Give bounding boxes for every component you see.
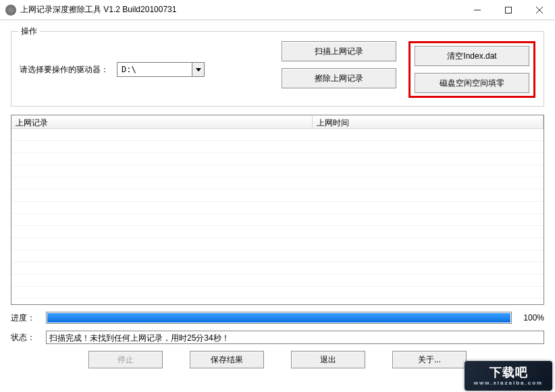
button-columns: 扫描上网记录 擦除上网记录 清空Index.dat 磁盘空闲空间填零 [282, 41, 535, 98]
watermark-url: www.xiazaiba.com [474, 380, 543, 386]
col-time[interactable]: 上网时间 [313, 115, 544, 128]
window-controls [462, 0, 555, 20]
bottom-bar: 停止 保存结果 退出 关于... [11, 351, 544, 368]
fill-zero-button[interactable]: 磁盘空闲空间填零 [415, 73, 529, 93]
list-header: 上网记录 上网时间 [11, 115, 544, 129]
exit-button[interactable]: 退出 [291, 351, 365, 368]
scan-button[interactable]: 扫描上网记录 [282, 41, 396, 61]
drive-value: D:\ [117, 65, 192, 74]
minimize-button[interactable] [462, 0, 493, 20]
operation-row: 请选择要操作的驱动器： D:\ 扫描上网记录 擦除上网记录 清空Index.da… [20, 41, 535, 98]
progress-label: 进度： [11, 312, 41, 324]
maximize-button[interactable] [493, 0, 524, 20]
chevron-down-icon[interactable] [192, 63, 204, 76]
svg-rect-1 [506, 7, 512, 13]
progress-percent: 100% [517, 313, 544, 323]
operation-group: 操作 请选择要操作的驱动器： D:\ 扫描上网记录 擦除上网记录 清空Index… [11, 31, 544, 107]
col-record[interactable]: 上网记录 [11, 115, 313, 128]
status-row: 状态： 扫描完成！未找到任何上网记录，用时25分34秒！ [11, 331, 544, 344]
wipe-button[interactable]: 擦除上网记录 [282, 68, 396, 88]
drive-label: 请选择要操作的驱动器： [20, 64, 109, 76]
save-result-button[interactable]: 保存结果 [190, 351, 264, 368]
close-button[interactable] [524, 0, 555, 20]
status-text: 扫描完成！未找到任何上网记录，用时25分34秒！ [46, 331, 544, 344]
group-legend: 操作 [18, 26, 40, 37]
clear-index-button[interactable]: 清空Index.dat [415, 46, 529, 66]
status-label: 状态： [11, 332, 41, 343]
list-body [11, 129, 544, 304]
progress-row: 进度： 100% [11, 312, 544, 324]
client-area: 操作 请选择要操作的驱动器： D:\ 扫描上网记录 擦除上网记录 清空Index… [0, 20, 555, 368]
window-title: 上网记录深度擦除工具 V1.2 Build20100731 [20, 4, 462, 16]
highlighted-buttons: 清空Index.dat 磁盘空闲空间填零 [408, 41, 535, 98]
about-button[interactable]: 关于... [392, 351, 467, 368]
scan-wipe-column: 扫描上网记录 擦除上网记录 [282, 41, 396, 98]
title-bar: 上网记录深度擦除工具 V1.2 Build20100731 [0, 0, 555, 20]
drive-select[interactable]: D:\ [117, 62, 205, 77]
progress-fill [47, 313, 510, 323]
stop-button: 停止 [88, 351, 163, 368]
records-list[interactable]: 上网记录 上网时间 [11, 115, 544, 305]
progress-bar [46, 312, 512, 324]
app-icon [5, 5, 16, 16]
